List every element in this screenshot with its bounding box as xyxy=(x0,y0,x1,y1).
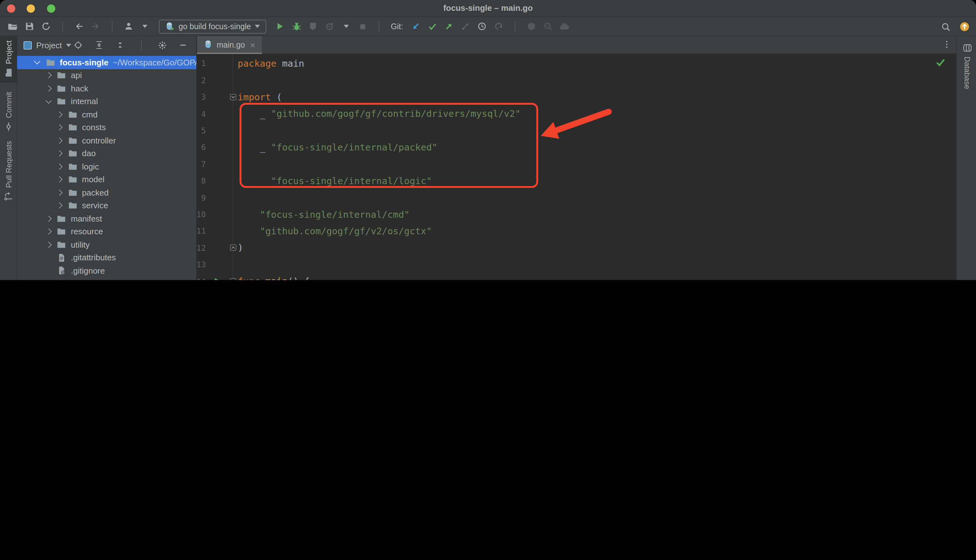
expand-all-icon[interactable] xyxy=(92,38,107,52)
chevron-right-icon[interactable] xyxy=(56,150,63,157)
tool-window-button-project[interactable]: Project xyxy=(0,35,17,83)
sync-icon[interactable] xyxy=(38,19,53,33)
close-tab-icon[interactable]: × xyxy=(250,40,255,50)
run-main-gutter-icon[interactable] xyxy=(215,278,221,280)
project-view-selector[interactable]: Project xyxy=(36,40,62,50)
profiler-icon[interactable] xyxy=(322,19,338,33)
tree-item-hack[interactable]: hack xyxy=(17,82,197,95)
git-push-icon[interactable] xyxy=(441,19,456,33)
chevron-right-icon[interactable] xyxy=(45,228,52,235)
tree-item-consts[interactable]: consts xyxy=(17,121,197,134)
tree-item-api[interactable]: api xyxy=(17,69,197,82)
run-icon[interactable] xyxy=(272,19,288,33)
line-number[interactable]: 7 xyxy=(194,159,206,169)
chevron-right-icon[interactable] xyxy=(45,85,52,92)
hide-icon[interactable] xyxy=(175,38,191,52)
chevron-down-icon[interactable] xyxy=(45,97,52,104)
fold-marker-icon[interactable] xyxy=(230,94,236,100)
git-commit-icon[interactable] xyxy=(425,19,440,33)
cloud-icon[interactable] xyxy=(557,19,572,33)
tree-item-focus-single[interactable]: focus-single~/Workspace/Go/GOPAT xyxy=(17,56,197,69)
fold-marker-icon[interactable] xyxy=(230,278,236,280)
tree-item-manifest[interactable]: manifest xyxy=(17,212,197,225)
git-rollback-icon[interactable] xyxy=(491,19,506,33)
tree-item-utility[interactable]: utility xyxy=(17,238,197,251)
tree-item-model[interactable]: model xyxy=(17,173,197,186)
code-area[interactable]: 1package main23import (4 _ "github.com/g… xyxy=(197,54,956,280)
caret-down-icon[interactable] xyxy=(339,19,354,33)
line-number[interactable]: 1 xyxy=(194,59,206,68)
tree-item-.gitattributes[interactable]: .gitattributes xyxy=(17,251,197,264)
code-line-14[interactable]: 14func main() { xyxy=(197,273,956,280)
project-panel-header: Project xyxy=(17,36,197,54)
chevron-right-icon[interactable] xyxy=(56,177,63,183)
line-number[interactable]: 8 xyxy=(194,176,206,186)
code-line-11[interactable]: 11 "github.com/gogf/gf/v2/os/gctx" xyxy=(197,223,956,240)
line-number[interactable]: 11 xyxy=(194,227,206,236)
tool-window-button-pull-requests[interactable]: Pull Requests xyxy=(0,136,17,207)
tree-item-internal[interactable]: internal xyxy=(17,95,197,108)
tree-item-resource[interactable]: resource xyxy=(17,225,197,238)
line-number[interactable]: 4 xyxy=(194,109,206,118)
gear-icon[interactable] xyxy=(154,38,170,52)
coverage-icon[interactable] xyxy=(306,19,321,33)
code-inspect-icon[interactable] xyxy=(540,19,556,33)
inspection-ok-check-icon[interactable] xyxy=(935,57,946,70)
code-line-13[interactable]: 13 xyxy=(197,256,956,273)
tree-item-dao[interactable]: dao xyxy=(17,147,197,160)
tool-window-button-database[interactable]: Database xyxy=(959,38,976,94)
locate-icon[interactable] xyxy=(70,38,86,52)
tree-item-go.mod[interactable]: go.mod xyxy=(17,277,197,280)
code-line-10[interactable]: 10 "focus-single/internal/cmd" xyxy=(197,206,956,223)
tree-item-.gitignore[interactable]: .gitignore xyxy=(17,264,197,277)
chevron-right-icon[interactable] xyxy=(45,215,52,222)
chevron-right-icon[interactable] xyxy=(56,137,63,144)
caret-down-icon[interactable] xyxy=(137,19,152,33)
code-line-1[interactable]: 1package main xyxy=(197,55,956,72)
debug-icon[interactable] xyxy=(289,19,304,33)
chevron-right-icon[interactable] xyxy=(56,125,63,131)
line-number[interactable]: 5 xyxy=(194,126,206,135)
ide-update-icon[interactable] xyxy=(957,20,972,33)
line-number[interactable]: 9 xyxy=(194,193,206,202)
stop-icon[interactable] xyxy=(355,19,371,33)
chevron-right-icon[interactable] xyxy=(56,203,63,209)
tab-main-go[interactable]: main.go × xyxy=(197,36,261,54)
line-number[interactable]: 13 xyxy=(194,260,206,270)
run-configuration-select[interactable]: go build focus-single xyxy=(159,19,266,33)
tree-item-service[interactable]: service xyxy=(17,199,197,212)
line-number[interactable]: 6 xyxy=(194,143,206,152)
line-number[interactable]: 2 xyxy=(194,75,206,85)
git-history-icon[interactable] xyxy=(475,19,490,33)
tree-item-logic[interactable]: logic xyxy=(17,160,197,173)
forward-arrow-icon[interactable] xyxy=(88,19,103,33)
tree-item-cmd[interactable]: cmd xyxy=(17,108,197,121)
chevron-right-icon[interactable] xyxy=(45,242,52,248)
code-line-12[interactable]: 12) xyxy=(197,239,956,256)
user-icon[interactable] xyxy=(121,19,136,33)
editor-options-kebab-icon[interactable] xyxy=(942,40,951,52)
tool-window-button-commit[interactable]: Commit xyxy=(0,87,17,137)
git-cherry-icon[interactable] xyxy=(458,19,473,33)
line-number[interactable]: 10 xyxy=(194,210,206,219)
tree-item-packed[interactable]: packed xyxy=(17,186,197,199)
save-icon[interactable] xyxy=(22,19,37,33)
git-update-icon[interactable] xyxy=(408,19,423,33)
line-number[interactable]: 3 xyxy=(194,92,206,102)
chevron-right-icon[interactable] xyxy=(56,163,63,170)
chevron-down-icon[interactable] xyxy=(34,58,40,65)
code-line-2[interactable]: 2 xyxy=(197,72,956,88)
fold-marker-icon[interactable] xyxy=(230,245,236,251)
search-icon[interactable] xyxy=(938,20,953,33)
back-arrow-icon[interactable] xyxy=(71,19,87,33)
chevron-right-icon[interactable] xyxy=(56,112,63,118)
tree-item-controller[interactable]: controller xyxy=(17,134,197,147)
package-hexagon-icon[interactable] xyxy=(524,19,539,33)
line-number[interactable]: 12 xyxy=(194,243,206,253)
chevron-right-icon[interactable] xyxy=(56,190,63,196)
line-number[interactable]: 14 xyxy=(194,277,206,280)
code-line-9[interactable]: 9 xyxy=(197,189,956,206)
open-folder-icon[interactable] xyxy=(5,19,20,33)
chevron-right-icon[interactable] xyxy=(45,72,52,79)
collapse-all-icon[interactable] xyxy=(112,38,128,52)
